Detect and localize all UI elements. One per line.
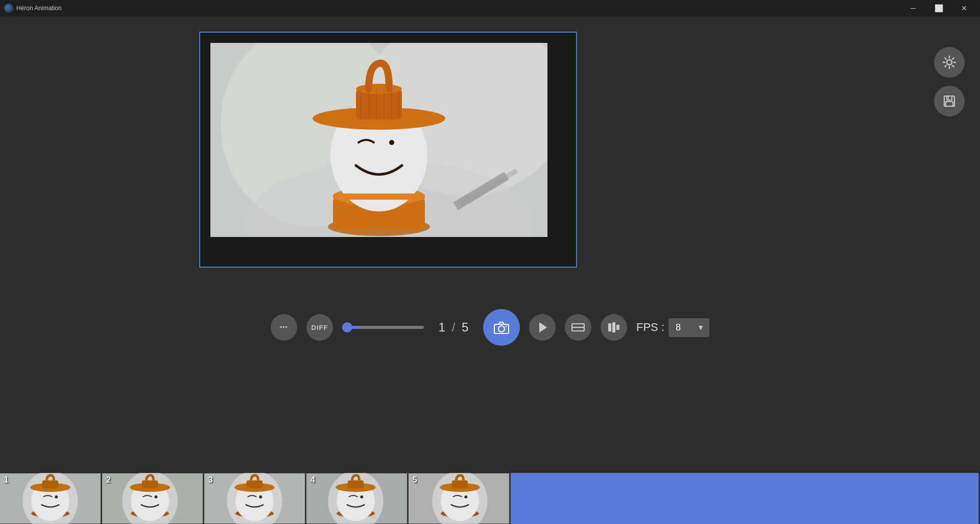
controls-bar: ••• DIFF 1 / 5 — [0, 304, 980, 350]
svg-rect-74 — [452, 481, 468, 489]
svg-rect-42 — [42, 481, 59, 489]
maximize-button[interactable]: ⬜ — [927, 0, 950, 16]
film-frame-add[interactable] — [511, 473, 980, 524]
diff-label: DIFF — [312, 324, 328, 331]
svg-point-27 — [498, 326, 505, 332]
title-left: Héron Animation — [4, 4, 62, 13]
frame-thumb-svg-3 — [204, 473, 305, 524]
svg-rect-32 — [608, 323, 611, 331]
fps-label: FPS : — [636, 321, 664, 334]
more-icon: ••• — [280, 324, 288, 331]
svg-marker-29 — [539, 322, 547, 332]
film-frame-5[interactable]: 5 — [409, 473, 511, 524]
svg-rect-58 — [247, 481, 263, 489]
svg-point-13 — [356, 84, 402, 94]
frame-separator: / — [452, 320, 456, 334]
film-frame-1[interactable]: 1 — [0, 473, 102, 524]
frame-thumb-svg-2 — [102, 473, 203, 524]
right-buttons — [934, 47, 965, 116]
app-icon — [4, 4, 13, 13]
frame-number-3: 3 — [208, 475, 213, 485]
close-button[interactable]: ✕ — [952, 0, 976, 16]
svg-rect-24 — [946, 102, 953, 106]
minimize-button[interactable]: ─ — [901, 0, 925, 16]
svg-rect-34 — [616, 325, 619, 330]
film-frame-2[interactable]: 2 — [102, 473, 204, 524]
frame-total: 5 — [462, 320, 468, 334]
svg-rect-23 — [947, 96, 952, 100]
settings-icon — [942, 55, 957, 69]
frame-number-4: 4 — [310, 475, 315, 485]
svg-point-56 — [259, 495, 262, 498]
frame-thumb-svg-5 — [409, 473, 509, 524]
save-icon — [942, 94, 957, 108]
film-frame-4[interactable]: 4 — [306, 473, 409, 524]
diff-button[interactable]: DIFF — [306, 314, 333, 341]
svg-rect-33 — [612, 322, 615, 332]
svg-point-64 — [360, 495, 363, 498]
play-button[interactable] — [529, 314, 556, 341]
fps-display[interactable]: 8 — [668, 318, 709, 337]
svg-point-10 — [389, 140, 394, 145]
layers-icon — [607, 321, 620, 334]
fps-select-wrapper: 8 ▼ — [668, 318, 709, 337]
filmstrip: 1 2 — [0, 473, 980, 524]
frame-thumb-svg-4 — [306, 473, 407, 524]
loop-icon — [571, 322, 585, 333]
frame-current: 1 — [439, 320, 445, 334]
camera-icon — [494, 321, 509, 334]
slider-container — [342, 326, 424, 329]
preview-svg — [210, 43, 547, 237]
svg-point-48 — [154, 495, 157, 498]
svg-rect-50 — [142, 481, 158, 489]
loop-button[interactable] — [565, 314, 591, 341]
frame-number-2: 2 — [106, 475, 111, 485]
svg-point-21 — [947, 60, 952, 65]
layers-button[interactable] — [601, 314, 627, 341]
settings-button[interactable] — [934, 47, 965, 78]
title-bar: Héron Animation ─ ⬜ ✕ — [0, 0, 980, 16]
app-title: Héron Animation — [16, 5, 62, 12]
save-button[interactable] — [934, 86, 965, 116]
play-icon — [537, 322, 547, 333]
svg-point-40 — [55, 495, 58, 498]
capture-button[interactable] — [483, 309, 520, 346]
frame-counter: 1 / 5 — [433, 320, 474, 335]
film-frame-3[interactable]: 3 — [204, 473, 306, 524]
window-controls: ─ ⬜ ✕ — [901, 0, 976, 16]
svg-point-28 — [505, 326, 507, 327]
main-area: ••• DIFF 1 / 5 — [0, 16, 980, 524]
fps-container: FPS : 8 ▼ — [636, 318, 709, 337]
frame-number-5: 5 — [413, 475, 417, 485]
frame-number-1: 1 — [4, 475, 9, 485]
svg-rect-20 — [333, 194, 425, 200]
preview-container — [199, 32, 577, 268]
more-button[interactable]: ••• — [271, 314, 297, 341]
preview-image — [210, 43, 547, 237]
svg-point-72 — [464, 495, 467, 498]
frame-slider[interactable] — [342, 326, 424, 329]
svg-rect-66 — [348, 481, 364, 489]
frame-thumb-svg-1 — [0, 473, 101, 524]
